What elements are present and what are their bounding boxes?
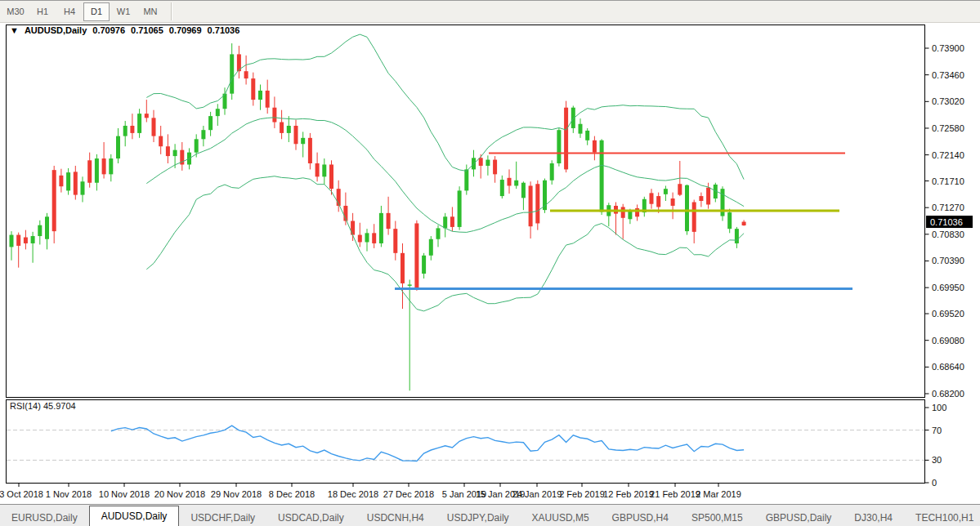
- chart-tab-eurusd-daily[interactable]: EURUSD,Daily: [0, 510, 89, 526]
- candle-body: [74, 172, 78, 194]
- chart-tab-usdcad-daily[interactable]: USDCAD,Daily: [266, 510, 356, 526]
- candle-body: [216, 109, 220, 116]
- candle-body: [137, 114, 141, 133]
- candle-body: [10, 235, 14, 247]
- candle-body: [500, 180, 504, 196]
- chart-tab-usdcnh-h4[interactable]: USDCNH,H4: [356, 510, 436, 526]
- candle-body: [159, 136, 163, 147]
- candle-body: [102, 158, 106, 174]
- candle-body: [422, 256, 426, 274]
- dropdown-arrow-icon: ▼: [10, 25, 19, 35]
- candle-body: [414, 223, 418, 288]
- price-tick-label: 0.68200: [932, 389, 964, 399]
- candle-body: [401, 253, 405, 283]
- candle-body: [479, 158, 483, 166]
- candle-body: [329, 164, 333, 189]
- chart-title-part: AUDUSD,Daily: [25, 25, 87, 35]
- candle-body: [130, 126, 134, 133]
- candle-body: [294, 126, 298, 144]
- chart-tab-xauusd-m5[interactable]: XAUUSD,M5: [521, 510, 601, 526]
- price-tick-label: 0.72140: [932, 150, 964, 160]
- price-tick-label: 0.73020: [932, 96, 964, 106]
- candle-body: [244, 71, 248, 78]
- candle-body: [535, 184, 539, 223]
- candle-body: [678, 184, 682, 194]
- candle-body: [727, 212, 732, 229]
- date-tick-label: 27 Dec 2018: [383, 489, 434, 499]
- candle-body: [116, 136, 120, 158]
- chart-tab-dj30-h4[interactable]: DJ30,H4: [843, 510, 904, 526]
- chart-title-part: 0.70976: [92, 25, 125, 35]
- candle-body: [358, 235, 362, 243]
- candle-body: [429, 239, 433, 256]
- date-tick-label: 2 Mar 2019: [696, 489, 741, 499]
- date-tick-label: 21 Feb 2019: [650, 489, 700, 499]
- candle-body: [650, 193, 654, 203]
- price-tick-label: 0.73460: [932, 70, 964, 80]
- candle-body: [593, 140, 597, 153]
- candle-body: [287, 126, 291, 133]
- chart-tab-audusd-daily[interactable]: AUDUSD,Daily: [89, 506, 180, 526]
- candle-body: [550, 163, 554, 181]
- candle-body: [699, 196, 703, 201]
- price-tick-label: 0.69950: [932, 283, 964, 292]
- date-tick-label: 8 Dec 2018: [269, 489, 315, 499]
- candle-body: [656, 196, 660, 207]
- candle-body: [145, 114, 149, 118]
- candle-body: [230, 54, 234, 93]
- candle-body: [365, 233, 369, 242]
- chart-tab-sp500-m15[interactable]: SP500,M15: [680, 510, 754, 526]
- candle-body: [628, 212, 632, 220]
- chart-tab-bar: EURUSD,DailyAUDUSD,DailyUSDCHF,DailyUSDC…: [0, 504, 980, 526]
- date-tick-label: 20 Nov 2018: [154, 489, 205, 499]
- candle-body: [123, 126, 128, 136]
- date-tick-label: 18 Dec 2018: [328, 489, 378, 499]
- price-tick-label: 0.69520: [932, 309, 964, 319]
- chart-tab-tech100-h1[interactable]: TECH100,H1: [904, 510, 980, 526]
- candle-body: [16, 235, 20, 246]
- candle-body: [664, 189, 668, 194]
- candle-body: [671, 198, 675, 206]
- candle-body: [514, 181, 518, 186]
- candle-body: [600, 140, 604, 212]
- date-tick-label: 12 Feb 2019: [603, 489, 654, 499]
- chart-canvas[interactable]: 0.739000.734600.730200.725800.721400.717…: [0, 0, 980, 526]
- candle-body: [308, 138, 312, 163]
- price-tick-label: 0.70830: [932, 230, 964, 239]
- candle-body: [742, 222, 746, 225]
- chart-tab-gbpusd-h4[interactable]: GBPUSD,H4: [601, 510, 680, 526]
- candle-body: [95, 158, 99, 183]
- candle-body: [379, 213, 383, 243]
- candle-body: [493, 160, 497, 175]
- price-tick-label: 0.70390: [932, 256, 964, 265]
- rsi-tick-label: 100: [932, 403, 946, 412]
- candle-body: [585, 131, 589, 140]
- rsi-pane-frame: [7, 400, 925, 484]
- candle-body: [195, 139, 199, 152]
- candle-body: [109, 158, 113, 174]
- candle-body: [529, 185, 533, 226]
- date-tick-label: 23 Oct 2018: [0, 489, 43, 499]
- candle-body: [280, 123, 284, 133]
- candle-body: [393, 229, 397, 253]
- candle-body: [66, 172, 70, 190]
- chart-tab-usdchf-daily[interactable]: USDCHF,Daily: [179, 510, 266, 526]
- candle-body: [443, 216, 447, 228]
- candle-body: [272, 108, 276, 123]
- date-tick-label: 24 Jan 2019: [512, 489, 562, 499]
- candle-body: [322, 164, 326, 176]
- chart-tab-gbpusd-daily[interactable]: GBPUSD,Daily: [754, 510, 844, 526]
- candle-body: [692, 202, 696, 231]
- candle-body: [173, 150, 177, 156]
- candle-body: [315, 163, 320, 176]
- candle-body: [59, 176, 63, 186]
- candle-body: [24, 238, 28, 243]
- chart-title-part: 0.71036: [208, 25, 240, 35]
- candle-body: [685, 185, 689, 231]
- candle-body: [450, 216, 454, 227]
- date-tick-label: 10 Nov 2018: [99, 489, 150, 499]
- candle-body: [152, 118, 156, 136]
- chart-tab-usdjpy-daily[interactable]: USDJPY,Daily: [436, 510, 521, 526]
- candle-body: [301, 138, 305, 144]
- candle-body: [458, 190, 462, 227]
